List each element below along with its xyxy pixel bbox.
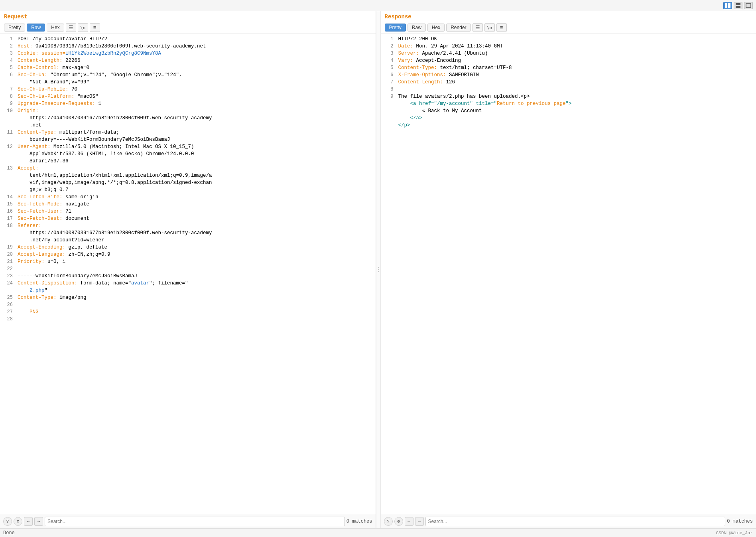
code-line: Safari/537.36 bbox=[0, 158, 376, 165]
line-number bbox=[384, 100, 394, 107]
line-content bbox=[18, 301, 372, 308]
line-number bbox=[3, 237, 13, 244]
line-content: Content-Type: image/png bbox=[18, 294, 372, 301]
code-line: 20Accept-Language: zh-CN,zh;q=0.9 bbox=[0, 251, 376, 258]
line-content: The file avatars/2.php has been uploaded… bbox=[398, 93, 753, 100]
code-line: 4Content-Length: 22266 bbox=[0, 57, 376, 64]
request-panel: Request Pretty Raw Hex ☰ \n ≡ 1POST /my-… bbox=[0, 11, 376, 528]
line-content bbox=[18, 265, 372, 272]
code-line: 19Accept-Encoding: gzip, deflate bbox=[0, 244, 376, 251]
line-number: 13 bbox=[3, 165, 13, 172]
request-code-area[interactable]: 1POST /my-account/avatar HTTP/22Host: 0a… bbox=[0, 34, 376, 514]
code-line: 21Priority: u=0, i bbox=[0, 258, 376, 265]
request-prev-btn[interactable]: ← bbox=[24, 517, 33, 526]
line-number: 18 bbox=[3, 222, 13, 229]
response-render-tab[interactable]: Render bbox=[446, 24, 471, 32]
line-number: 21 bbox=[3, 258, 13, 265]
code-line: 1HTTP/2 200 OK bbox=[381, 36, 756, 43]
response-title: Response bbox=[381, 11, 756, 22]
code-line: 9The file avatars/2.php has been uploade… bbox=[381, 93, 756, 100]
line-number bbox=[3, 122, 13, 129]
line-number bbox=[3, 287, 13, 294]
response-newline-icon[interactable]: \n bbox=[484, 23, 495, 32]
line-content: AppleWebKit/537.36 (KHTML, like Gecko) C… bbox=[18, 150, 372, 158]
line-number: 7 bbox=[3, 86, 13, 93]
response-help-icon[interactable]: ? bbox=[384, 517, 393, 526]
line-content: .net bbox=[18, 122, 372, 129]
single-view-button[interactable] bbox=[734, 2, 742, 9]
response-pretty-tab[interactable]: Pretty bbox=[385, 24, 406, 32]
line-content: <a href="/my-account" title="Return to p… bbox=[398, 100, 753, 107]
panel-divider[interactable]: ⋮ bbox=[376, 11, 381, 528]
response-prev-btn[interactable]: ← bbox=[405, 517, 413, 526]
line-number: 2 bbox=[3, 43, 13, 50]
line-number: 9 bbox=[384, 93, 394, 100]
request-hex-tab[interactable]: Hex bbox=[47, 24, 64, 32]
code-line: <a href="/my-account" title="Return to p… bbox=[381, 100, 756, 107]
line-content: Sec-Fetch-Dest: document bbox=[18, 215, 372, 222]
response-menu-icon[interactable]: ≡ bbox=[496, 23, 507, 32]
line-content: Cookie: session=iHlYk2WoeLwgBzbRn2yQCrg8… bbox=[18, 50, 372, 57]
line-number: 6 bbox=[3, 71, 13, 79]
line-content: Content-Disposition: form-data; name="av… bbox=[18, 280, 372, 287]
request-next-btn[interactable]: → bbox=[34, 517, 43, 526]
response-search-input[interactable] bbox=[425, 517, 726, 526]
line-number: 25 bbox=[3, 294, 13, 301]
response-next-btn[interactable]: → bbox=[415, 517, 424, 526]
status-bar: Done CSDN @Wine_Jar bbox=[0, 528, 756, 537]
line-content: Origin: bbox=[18, 107, 372, 115]
code-line: 13Accept: bbox=[0, 165, 376, 172]
maximize-button[interactable] bbox=[744, 2, 753, 9]
split-view-button[interactable] bbox=[723, 2, 732, 9]
request-format-icon[interactable]: ☰ bbox=[66, 23, 76, 32]
line-number: 28 bbox=[3, 316, 13, 323]
request-menu-icon[interactable]: ≡ bbox=[90, 23, 100, 32]
request-title: Request bbox=[0, 11, 376, 22]
line-content: X-Frame-Options: SAMEORIGIN bbox=[398, 71, 753, 79]
request-pretty-tab[interactable]: Pretty bbox=[4, 24, 25, 32]
panels-container: Request Pretty Raw Hex ☰ \n ≡ 1POST /my-… bbox=[0, 11, 756, 528]
code-line: boundary=----WebKitFormBoundary7eMcJSoiB… bbox=[0, 136, 376, 143]
code-line: "Not-A.Brand";v="99" bbox=[0, 79, 376, 86]
line-number: 15 bbox=[3, 201, 13, 208]
line-number: 5 bbox=[3, 64, 13, 71]
code-line: 15Sec-Fetch-Mode: navigate bbox=[0, 201, 376, 208]
line-number: 9 bbox=[3, 100, 13, 107]
request-raw-tab[interactable]: Raw bbox=[27, 24, 45, 32]
line-content: Content-Length: 22266 bbox=[18, 57, 372, 64]
code-line: 6Sec-Ch-Ua: "Chromium";v="124", "Google … bbox=[0, 71, 376, 79]
line-content: Sec-Ch-Ua-Platform: "macOS" bbox=[18, 93, 372, 100]
response-raw-tab[interactable]: Raw bbox=[408, 24, 426, 32]
code-line: 25Content-Type: image/png bbox=[0, 294, 376, 301]
request-help-icon[interactable]: ? bbox=[3, 517, 12, 526]
request-search-input[interactable] bbox=[45, 517, 345, 526]
code-line: 24Content-Disposition: form-data; name="… bbox=[0, 280, 376, 287]
code-line: 7Sec-Ch-Ua-Mobile: ?0 bbox=[0, 86, 376, 93]
svg-rect-3 bbox=[736, 6, 740, 8]
line-content: .net/my-account?id=wiener bbox=[18, 237, 372, 244]
code-line: .net/my-account?id=wiener bbox=[0, 237, 376, 244]
response-settings-icon[interactable]: ⚙ bbox=[394, 517, 403, 526]
line-number: 16 bbox=[3, 208, 13, 215]
line-content: Date: Mon, 29 Apr 2024 11:13:40 GMT bbox=[398, 43, 753, 50]
code-line: « Back to My Account bbox=[381, 107, 756, 115]
code-line: 5Cache-Control: max-age=0 bbox=[0, 64, 376, 71]
request-settings-icon[interactable]: ⚙ bbox=[14, 517, 22, 526]
code-line: </a> bbox=[381, 115, 756, 122]
line-number: 4 bbox=[384, 57, 394, 64]
line-content bbox=[18, 316, 372, 323]
request-newline-icon[interactable]: \n bbox=[78, 23, 88, 32]
request-toolbar: Pretty Raw Hex ☰ \n ≡ bbox=[0, 22, 376, 34]
code-line: https://0a4100870391677b819e1b2800cf009f… bbox=[0, 115, 376, 122]
line-number: 4 bbox=[3, 57, 13, 64]
line-content: POST /my-account/avatar HTTP/2 bbox=[18, 36, 372, 43]
code-line: text/html,application/xhtml+xml,applicat… bbox=[0, 172, 376, 179]
line-number: 20 bbox=[3, 251, 13, 258]
response-code-area[interactable]: 1HTTP/2 200 OK2Date: Mon, 29 Apr 2024 11… bbox=[381, 34, 756, 514]
line-content: </p> bbox=[398, 122, 753, 129]
line-content: Referer: bbox=[18, 222, 372, 229]
code-line: https://0a4100870391677b819e1b2800cf009f… bbox=[0, 229, 376, 237]
response-format-icon[interactable]: ☰ bbox=[472, 23, 483, 32]
code-line: 16Sec-Fetch-User: ?1 bbox=[0, 208, 376, 215]
response-hex-tab[interactable]: Hex bbox=[427, 24, 445, 32]
